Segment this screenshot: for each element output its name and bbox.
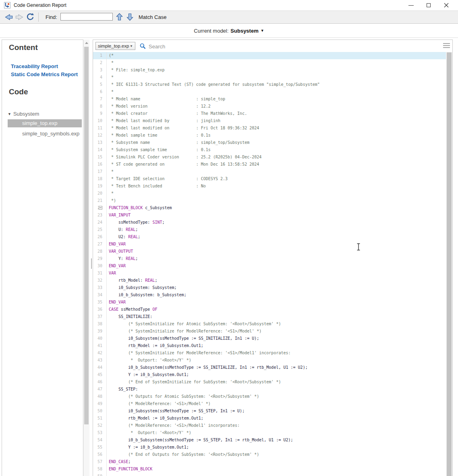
code-line[interactable]: 59 (93, 473, 446, 476)
code-line[interactable]: 32 rtb_Model: REAL; (93, 277, 446, 284)
code-line[interactable]: 10 * Model last modified by : jinglinh (93, 117, 446, 125)
code-line[interactable]: 13 * Subsystem name : simple_top/Subsyst… (93, 139, 446, 146)
tree-node-subsystem[interactable]: ▼Subsystem (8, 111, 39, 117)
code-line[interactable]: 4 * (93, 74, 446, 81)
code-line[interactable]: 55 Y := i0_b_Subsystem.Out1; (93, 444, 446, 451)
code-line[interactable]: 31VAR (93, 270, 446, 277)
code-line[interactable]: 7 * Model name : simple_top (93, 96, 446, 103)
back-button[interactable] (5, 14, 13, 22)
code-line[interactable]: 6 * (93, 88, 446, 96)
match-case-label[interactable]: Match Case (139, 14, 166, 20)
code-line[interactable]: 9 * Model creator : The MathWorks, Inc. (93, 110, 446, 117)
code-line[interactable]: 53 * Outport: '<Root>/Y' *) (93, 429, 446, 437)
code-line[interactable]: 26 U2: REAL; (93, 233, 446, 241)
scrollbar-up-button[interactable] (83, 39, 89, 46)
maximize-button[interactable] (423, 0, 434, 10)
code-text: SS_INITIALIZE: (106, 313, 446, 320)
code-text: VAR_INPUT (106, 212, 446, 219)
code-line[interactable]: 3 * File: simple_top.exp (93, 67, 446, 74)
tree-item-simple-top-exp[interactable]: simple_top.exp (8, 119, 82, 127)
sidebar-scrollbar-thumb[interactable] (84, 47, 89, 424)
panel-splitter-grip[interactable] (91, 258, 92, 269)
code-line[interactable]: 47 SS_STEP: (93, 386, 446, 393)
code-line[interactable]: 54 i0_b_Subsystem(ssMethodType := SS_STE… (93, 437, 446, 444)
current-model-name[interactable]: Subsystem (230, 28, 258, 34)
code-line[interactable]: 45 Y := i0_b_Subsystem.Out1; (93, 371, 446, 378)
code-line[interactable]: 25 U: REAL; (93, 226, 446, 233)
code-line[interactable]: 50 i0_Subsystem(ssMethodType := SS_STEP,… (93, 407, 446, 415)
code-line[interactable]: 56 (* End of Outputs for SubSystem: '<Ro… (93, 451, 446, 458)
code-line[interactable]: 5 * IEC 61131-3 Structured Text (ST) cod… (93, 81, 446, 88)
code-line[interactable]: 20 * (93, 190, 446, 197)
line-number: 17 (93, 168, 106, 175)
code-line[interactable]: 24 ssMethodType: SINT; (93, 219, 446, 226)
code-line[interactable]: 43 * Outport: '<Root>/Y' *) (93, 357, 446, 364)
triangle-down-icon[interactable]: ▼ (8, 112, 11, 116)
code-scrollbar[interactable] (446, 52, 452, 476)
code-line[interactable]: 18 * Target IDE selection : CODESYS 2.3 (93, 175, 446, 183)
code-line[interactable]: 1(* (93, 52, 446, 59)
find-previous-button[interactable] (116, 13, 123, 23)
code-line[interactable]: 15 * Simulink PLC Coder version : 25.2 (… (93, 154, 446, 161)
code-line[interactable]: 41 rtb_Model := i0_Subsystem.Out1; (93, 342, 446, 349)
find-next-button[interactable] (126, 13, 133, 23)
sidebar-scrollbar[interactable] (83, 39, 89, 476)
menu-button[interactable] (443, 43, 450, 49)
maximize-icon (427, 3, 431, 7)
code-text: rtb_Model := i0_Subsystem.Out1; (106, 342, 446, 349)
file-dropdown[interactable]: simple_top.exp ▼ (95, 42, 135, 50)
minimize-button[interactable] (405, 0, 417, 10)
code-line[interactable]: 57END_CASE; (93, 458, 446, 466)
code-line[interactable]: 16 * ST code generated on : Mon Dec 16 1… (93, 161, 446, 168)
code-line[interactable]: 17 * (93, 168, 446, 175)
code-line[interactable]: 42 (* SystemInitialize for ModelReferenc… (93, 349, 446, 357)
code-line[interactable]: 39 (* SystemInitialize for ModelReferenc… (93, 328, 446, 335)
code-line[interactable]: 36CASE ssMethodType OF (93, 306, 446, 313)
code-line[interactable]: 40 i0_Subsystem(ssMethodType := SS_INITI… (93, 335, 446, 342)
line-number: 25 (93, 226, 106, 233)
tree-item-simple-top-symbols-exp[interactable]: simple_top_symbols.exp (22, 131, 79, 137)
code-line[interactable]: 8 * Model version : 12.2 (93, 103, 446, 110)
code-line[interactable]: 52 (* ModelReference: '<S1>/Model1' inco… (93, 422, 446, 429)
code-line[interactable]: 51 rtb_Model := i0_Subsystem.Out1; (93, 415, 446, 422)
code-line[interactable]: 37 SS_INITIALIZE: (93, 313, 446, 320)
code-line[interactable]: 48 (* Outputs for Atomic SubSystem: '<Ro… (93, 393, 446, 400)
code-heading: Code (9, 87, 28, 96)
static-code-metrics-report-link[interactable]: Static Code Metrics Report (11, 71, 78, 77)
model-dropdown-caret-icon[interactable]: ▼ (261, 29, 264, 33)
code-line[interactable]: 14 * Subsystem sample time : 0.1s (93, 146, 446, 154)
code-line[interactable]: 58END_FUNCTION_BLOCK (93, 466, 446, 473)
find-input[interactable] (60, 13, 113, 21)
traceability-report-link[interactable]: Traceability Report (11, 63, 58, 69)
close-button[interactable] (441, 0, 452, 10)
code-line[interactable]: 33 i0_Subsystem: Subsystem; (93, 284, 446, 291)
line-number: 44 (93, 364, 106, 371)
code-line[interactable]: 35END_VAR (93, 299, 446, 306)
code-line[interactable]: 23VAR_INPUT (93, 212, 446, 219)
code-line[interactable]: 19 * Test Bench included : No (93, 183, 446, 190)
code-line[interactable]: 28VAR_OUTPUT (93, 248, 446, 255)
code-lines[interactable]: 1(*2 *3 * File: simple_top.exp4 *5 * IEC… (93, 52, 446, 476)
code-line[interactable]: 49 (* ModelReference: '<S1>/Model' *) (93, 400, 446, 407)
code-text: i0_b_Subsystem(ssMethodType := SS_INITIA… (106, 364, 446, 371)
code-scrollbar-thumb[interactable] (447, 52, 452, 476)
code-line[interactable]: 12 * Model sample time : 0.1s (93, 132, 446, 139)
code-line[interactable]: 22FUNCTION_BLOCK c_Subsystem (93, 204, 446, 212)
search-input[interactable] (148, 41, 431, 52)
code-text: * (106, 88, 446, 96)
code-line[interactable]: 11 * Model last modified on : Fri Oct 18… (93, 125, 446, 132)
code-line[interactable]: 30END_VAR (93, 262, 446, 270)
fold-minus-box-icon[interactable] (99, 206, 102, 210)
code-line[interactable]: 21 *) (93, 197, 446, 204)
code-line[interactable]: 46 (* End of SystemInitialize for SubSys… (93, 378, 446, 386)
code-line[interactable]: 34 i0_b_Subsystem: b_Subsystem; (93, 291, 446, 299)
refresh-button[interactable] (26, 13, 34, 23)
code-line[interactable]: 27END_VAR (93, 241, 446, 248)
code-line[interactable]: 2 * (93, 59, 446, 67)
code-line[interactable]: 29 Y: REAL; (93, 255, 446, 262)
line-number: 7 (93, 96, 106, 103)
forward-button[interactable] (15, 14, 23, 22)
code-line[interactable]: 38 (* SystemInitialize for Atomic SubSys… (93, 320, 446, 328)
code-text: * Model sample time : 0.1s (106, 132, 446, 139)
code-line[interactable]: 44 i0_b_Subsystem(ssMethodType := SS_INI… (93, 364, 446, 371)
